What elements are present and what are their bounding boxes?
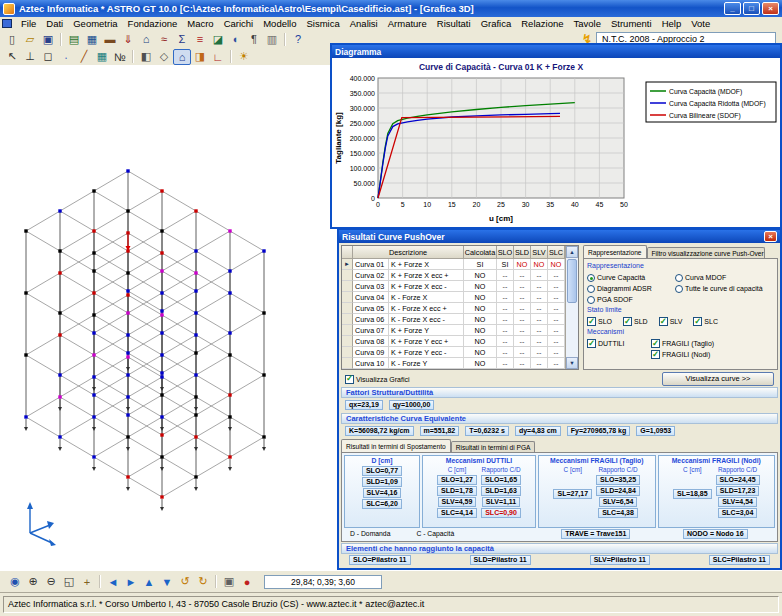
checkbox[interactable] (693, 317, 702, 326)
zoom-in-icon[interactable]: ⊕ (24, 574, 42, 590)
checkbox-duttili[interactable]: DUTTILI (587, 339, 651, 348)
checkbox[interactable] (659, 317, 668, 326)
visualizza-curve-button[interactable]: Visualizza curve >> (662, 372, 774, 386)
risultati-close-button[interactable]: × (764, 231, 777, 242)
results-icon[interactable]: ◪ (209, 31, 227, 47)
radio-button[interactable] (587, 296, 595, 304)
axes-icon[interactable]: ⊥ (21, 49, 39, 65)
checkbox[interactable] (587, 317, 596, 326)
table-row[interactable]: Curva 09K + Forze Y ecc -NO-------- (342, 347, 578, 358)
open-icon[interactable]: ▱ (21, 31, 39, 47)
tab-rappresentazione[interactable]: Rappresentazione (583, 245, 647, 259)
tab-risultati-spostamento[interactable]: Risultati in termini di Spostamento (341, 439, 451, 453)
model-icon[interactable]: ⌂ (137, 31, 155, 47)
radio-tutte-le-curve-di-capacit[interactable]: Tutte le curve di capacità (675, 285, 763, 293)
risultati-title-bar[interactable]: Risultati Curve PushOver × (339, 230, 780, 243)
menu-item-carichi[interactable]: Carichi (219, 17, 259, 30)
scrollbar-thumb[interactable] (567, 259, 577, 303)
numbering-icon[interactable]: № (111, 49, 129, 65)
menu-item-armature[interactable]: Armature (383, 17, 432, 30)
geometry-icon[interactable]: ▦ (83, 31, 101, 47)
radio-button[interactable] (587, 274, 595, 282)
radio-button[interactable] (587, 285, 595, 293)
seismic-icon[interactable]: ≈ (155, 31, 173, 47)
zoom-out-icon[interactable]: ⊖ (42, 574, 60, 590)
tables-icon[interactable]: ▥ (263, 31, 281, 47)
data-input-icon[interactable]: ▤ (65, 31, 83, 47)
table-scrollbar[interactable]: ▲ ▼ (565, 246, 578, 369)
menu-item-tavole[interactable]: Tavole (569, 17, 606, 30)
column-header-calcolata[interactable]: Calcolata (464, 246, 497, 259)
table-row[interactable]: Curva 05K - Forze X ecc +NO-------- (342, 303, 578, 314)
table-row[interactable]: Curva 10K - Forze YNO-------- (342, 358, 578, 369)
zoom-window-icon[interactable]: ◱ (60, 574, 78, 590)
help-icon[interactable]: ? (289, 31, 307, 47)
table-row[interactable]: Curva 03K + Forze X ecc -NO-------- (342, 281, 578, 292)
menu-item-vote[interactable]: Vote (686, 17, 715, 30)
move-up-icon[interactable]: ▲ (140, 574, 158, 590)
light-icon[interactable]: ☀ (235, 49, 253, 65)
diagramma-title-bar[interactable]: Diagramma (332, 45, 780, 58)
menu-item-grafica[interactable]: Grafica (476, 17, 517, 30)
save-icon[interactable]: ▣ (39, 31, 57, 47)
new-document-icon[interactable]: ▯ (3, 31, 21, 47)
table-row[interactable]: Curva 06K - Forze X ecc -NO-------- (342, 314, 578, 325)
table-row[interactable]: Curva 08K + Forze Y ecc +NO-------- (342, 336, 578, 347)
scroll-up-button[interactable]: ▲ (566, 246, 578, 258)
colors-icon[interactable]: ◨ (191, 49, 209, 65)
menu-item-file[interactable]: File (16, 17, 41, 30)
radio-curva-mdof[interactable]: Curva MDOF (675, 274, 726, 282)
checkbox-slo[interactable]: SLO (587, 317, 612, 326)
table-row[interactable]: Curva 04K - Forze XNO-------- (342, 292, 578, 303)
table-row[interactable]: ►Curva 01K + Forze XSISINONONO (342, 259, 578, 270)
column-header-sld[interactable]: SLD (514, 246, 531, 259)
solid-view-icon[interactable]: ◧ (137, 49, 155, 65)
nodes-view-icon[interactable]: ∙ (57, 49, 75, 65)
menu-item-risultati[interactable]: Risultati (432, 17, 476, 30)
foundation-icon[interactable]: ▬ (101, 31, 119, 47)
radio-diagrammi-adsr[interactable]: Diagrammi ADSR (587, 285, 675, 293)
analysis-icon[interactable]: Σ (173, 31, 191, 47)
radio-curve-capacit[interactable]: Curve Capacità (587, 274, 675, 282)
wireframe-view-icon[interactable]: ◇ (155, 49, 173, 65)
checkbox[interactable] (623, 317, 632, 326)
column-header-marker[interactable] (342, 246, 353, 259)
checkbox-visualizza-grafici[interactable]: Visualizza Grafici (345, 375, 410, 384)
camera-icon[interactable]: ▣ (220, 574, 238, 590)
rebar-icon[interactable]: ≡ (191, 31, 209, 47)
beams-view-icon[interactable]: ╱ (75, 49, 93, 65)
column-header-slo[interactable]: SLO (497, 246, 514, 259)
rotate-ccw-icon[interactable]: ↺ (176, 574, 194, 590)
rotate-cw-icon[interactable]: ↻ (194, 574, 212, 590)
menu-item-analisi[interactable]: Analisi (345, 17, 383, 30)
menu-item-sismica[interactable]: Sismica (301, 17, 344, 30)
loads-icon[interactable]: ⇓ (119, 31, 137, 47)
record-icon[interactable]: ● (238, 574, 256, 590)
menu-item-geometria[interactable]: Geometria (68, 17, 122, 30)
move-right-icon[interactable]: ► (122, 574, 140, 590)
radio-button[interactable] (675, 274, 683, 282)
3d-viewport[interactable] (0, 65, 334, 570)
shell-view-icon[interactable]: ▦ (93, 49, 111, 65)
move-left-icon[interactable]: ◄ (104, 574, 122, 590)
section-cut-icon[interactable]: ∟ (209, 49, 227, 65)
checkbox-fragili-taglio[interactable]: FRAGILI (Taglio) (651, 339, 714, 348)
checkbox-slv[interactable]: SLV (659, 317, 683, 326)
checkbox-sld[interactable]: SLD (623, 317, 648, 326)
column-header-descrizione[interactable]: Descrizione (353, 246, 464, 259)
move-down-icon[interactable]: ▼ (158, 574, 176, 590)
menu-item-modello[interactable]: Modello (258, 17, 301, 30)
menu-item-help[interactable]: Help (657, 17, 687, 30)
column-header-slv[interactable]: SLV (531, 246, 548, 259)
frame-3d-icon[interactable]: ⌂ (173, 49, 191, 65)
checkbox[interactable] (587, 339, 596, 348)
menu-item-fondazione[interactable]: Fondazione (123, 17, 183, 30)
select-icon[interactable]: ↖ (3, 49, 21, 65)
close-button[interactable]: × (762, 2, 779, 15)
checkbox[interactable] (651, 350, 660, 359)
restore-button[interactable]: □ (743, 2, 760, 15)
checkbox[interactable] (651, 339, 660, 348)
zoom-extents-icon[interactable]: ◻ (39, 49, 57, 65)
pan-icon[interactable]: + (78, 574, 96, 590)
menu-item-relazione[interactable]: Relazione (516, 17, 568, 30)
